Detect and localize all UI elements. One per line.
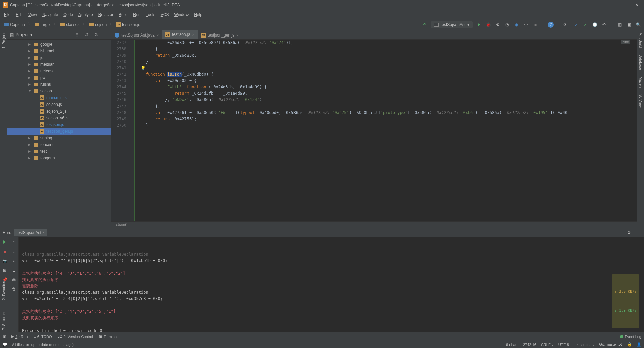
tree-item-testjson-js[interactable]: JStestjson.js <box>7 121 111 128</box>
layout-button[interactable]: ⊞ <box>2 267 8 273</box>
menu-file[interactable]: File <box>1 11 13 18</box>
git-revert-button[interactable]: ↶ <box>601 22 607 28</box>
git-branch[interactable]: Git: master ⎇ <box>599 342 623 347</box>
fold-strip[interactable] <box>130 40 135 221</box>
tree-item-sojson[interactable]: ▼sojson <box>7 88 111 94</box>
tree-item-ishumei[interactable]: ▶ishumei <box>7 48 111 54</box>
notification-icon[interactable]: 💬 <box>3 342 7 347</box>
tool-structure-tab[interactable]: 7: Structure <box>1 309 6 331</box>
breadcrumb-item[interactable]: sojson <box>88 22 108 28</box>
readonly-icon[interactable]: 🔓 <box>627 342 632 347</box>
project-tree[interactable]: ▶google▶ishumei▶jd▶meituan▶netease▶pw▶ru… <box>7 40 111 228</box>
bottom-tool-4-run[interactable]: ▶ 4: Run <box>11 334 28 339</box>
ide-layout-icon[interactable]: ▣ <box>626 22 632 28</box>
breadcrumb-item[interactable]: Captcha <box>3 22 26 28</box>
git-commit-button[interactable]: ✓ <box>582 22 588 28</box>
minimize-button[interactable]: — <box>601 1 611 9</box>
tree-arrow-icon[interactable]: ▶ <box>28 136 32 140</box>
editor-body[interactable]: OFF 273727382739274027412742274327442745… <box>111 40 637 221</box>
gear-icon[interactable]: ⚙ <box>626 230 632 236</box>
tree-item-tongdun[interactable]: ▶tongdun <box>7 155 111 161</box>
file-encoding[interactable]: UTF-8 ÷ <box>558 343 572 347</box>
event-log-button[interactable]: Event Log <box>620 335 641 339</box>
bottom-tool-6-todo[interactable]: ≡ 6: TODO <box>34 334 52 339</box>
caret-position[interactable]: 2742:16 <box>523 343 536 347</box>
indent-setting[interactable]: 4 spaces ÷ <box>577 343 594 347</box>
ide-settings-icon[interactable]: ▥ <box>616 22 623 28</box>
stop-button[interactable]: ■ <box>2 249 8 255</box>
tree-item-netease[interactable]: ▶netease <box>7 68 111 74</box>
chevron-down-icon[interactable]: ▾ <box>30 32 32 37</box>
profile-button[interactable]: ◔ <box>504 22 510 28</box>
menu-refactor[interactable]: Refactor <box>96 11 116 18</box>
locate-icon[interactable]: ⊕ <box>74 32 80 38</box>
git-history-button[interactable]: 🕓 <box>592 22 598 28</box>
project-view-icon[interactable]: ▤ <box>10 32 14 37</box>
rerun-button[interactable] <box>2 239 8 245</box>
run-config-selector[interactable]: testSojsonAst ▾ <box>431 21 473 28</box>
editor-tab-testSojsonAst-java[interactable]: testSojsonAst.java× <box>111 31 162 39</box>
close-icon[interactable]: × <box>157 33 159 37</box>
tree-item-testjson_gen-js[interactable]: JStestjson_gen.js <box>7 128 111 135</box>
tree-arrow-icon[interactable]: ▶ <box>28 150 32 153</box>
debug-button[interactable]: 🐞 <box>485 22 491 28</box>
menu-view[interactable]: View <box>25 11 40 18</box>
menu-build[interactable]: Build <box>116 11 130 18</box>
close-icon[interactable]: × <box>192 32 194 37</box>
tool-maven-tab[interactable]: Maven <box>638 75 643 89</box>
tool-ant-build-tab[interactable]: Ant Build <box>638 31 643 49</box>
menu-help[interactable]: Help <box>191 11 205 18</box>
console-output[interactable]: class org.mozilla.javascript.ast.Variabl… <box>19 237 644 332</box>
editor-breadcrumb[interactable]: isJson() <box>111 221 637 228</box>
tree-item-pw[interactable]: ▶pw <box>7 74 111 81</box>
code-area[interactable]: _0x26d83c += _0x5ce897[_0x586a( _0x127ce… <box>135 40 637 221</box>
close-button[interactable]: ✕ <box>632 1 641 9</box>
build-icon[interactable]: ↶ <box>421 22 427 28</box>
editor-tab-testjson_gen-js[interactable]: JStestjson_gen.js× <box>198 31 242 39</box>
tree-arrow-icon[interactable]: ▶ <box>28 76 32 79</box>
gear-icon[interactable]: ⚙ <box>93 32 99 38</box>
tree-item-test[interactable]: ▶test <box>7 148 111 155</box>
attach-button[interactable]: ◉ <box>514 22 520 28</box>
tree-item-sojson_v6-js[interactable]: JSsojson_v6.js <box>7 115 111 121</box>
tree-item-jd[interactable]: ▶jd <box>7 54 111 61</box>
menu-run[interactable]: Run <box>130 11 143 18</box>
run-anything-button[interactable]: ⋯ <box>523 22 529 28</box>
tree-arrow-icon[interactable]: ▶ <box>28 69 32 73</box>
menu-tools[interactable]: Tools <box>143 11 158 18</box>
line-separator[interactable]: CRLF ÷ <box>541 343 554 347</box>
maximize-button[interactable]: ❐ <box>617 1 626 9</box>
run-tab[interactable]: testSojsonAst × <box>14 229 47 236</box>
tree-arrow-icon[interactable]: ▶ <box>28 43 32 46</box>
tree-item-suning[interactable]: ▶suning <box>7 135 111 141</box>
down-icon[interactable]: ↓ <box>11 249 17 255</box>
tree-item-sojson_2-js[interactable]: JSsojson_2.js <box>7 108 111 115</box>
hide-icon[interactable]: — <box>102 32 108 38</box>
tool-database-tab[interactable]: Database <box>638 53 643 71</box>
menu-analyze[interactable]: Analyze <box>76 11 96 18</box>
tree-item-meituan[interactable]: ▶meituan <box>7 61 111 68</box>
breadcrumb-item[interactable]: JStestjson.js <box>115 22 141 28</box>
tree-item-ruishu[interactable]: ▶ruishu <box>7 81 111 88</box>
tree-item-sojson-js[interactable]: JSsojson.js <box>7 101 111 108</box>
tree-item-main-min-js[interactable]: JSmain.min.js <box>7 94 111 101</box>
search-everywhere-button[interactable]: 🔍 <box>635 22 641 28</box>
run-coverage-button[interactable]: ⟲ <box>495 22 501 28</box>
tree-item-tencent[interactable]: ▶tencent <box>7 141 111 148</box>
dump-button[interactable]: 📷 <box>2 258 8 264</box>
scroll-icon[interactable]: ⤓ <box>11 267 17 273</box>
clear-icon[interactable]: 🗑 <box>11 286 17 292</box>
breadcrumb-item[interactable]: target <box>33 22 52 28</box>
editor-tab-testjson-js[interactable]: JStestjson.js× <box>162 30 198 39</box>
close-icon[interactable]: × <box>236 33 238 37</box>
tree-item-google[interactable]: ▶google <box>7 41 111 48</box>
menu-code[interactable]: Code <box>61 11 76 18</box>
stop-button[interactable]: ■ <box>532 22 538 28</box>
collapse-icon[interactable]: ⇵ <box>84 32 90 38</box>
tool-favorites-tab[interactable]: 2: Favorites <box>1 280 6 301</box>
tree-arrow-icon[interactable]: ▶ <box>28 49 32 53</box>
wrap-icon[interactable]: ⤶ <box>11 258 17 264</box>
tree-arrow-icon[interactable]: ▶ <box>28 63 32 66</box>
menu-navigate[interactable]: Navigate <box>40 11 61 18</box>
bottom-tool-9-version-control[interactable]: ⎇ 9: Version Control <box>58 334 93 339</box>
